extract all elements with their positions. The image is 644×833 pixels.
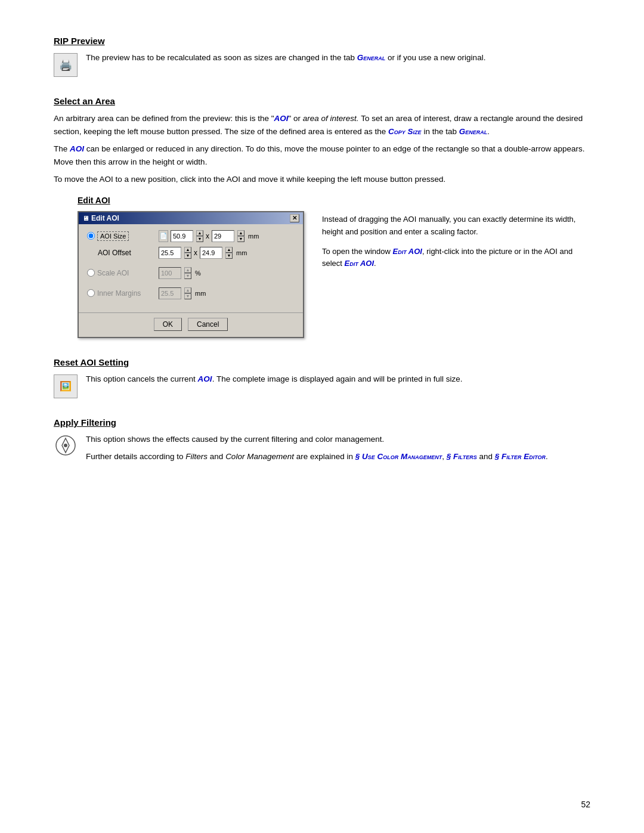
edit-aoi-dialog: 🖥 Edit AOI ✕ AOI Size [78, 211, 304, 338]
margins-unit: mm [195, 290, 206, 297]
aoi-size-radio[interactable] [87, 232, 95, 240]
scale-aoi-inputs: 100 ▲ ▼ % [159, 267, 201, 279]
aoi-offset-label: AOI Offset [87, 249, 131, 257]
height-down-arrow[interactable]: ▼ [237, 236, 244, 242]
ok-button[interactable]: OK [154, 318, 182, 331]
rip-preview-icon: 🖨️ [54, 53, 78, 77]
height-spinbox[interactable]: 29 [212, 230, 234, 242]
inner-margins-text: Inner Margins [97, 289, 141, 298]
reset-aoi-title: Reset AOI Setting [54, 357, 590, 367]
width-down-arrow[interactable]: ▼ [196, 236, 203, 242]
margins-spinbox: 25.5 [159, 287, 181, 299]
offset-x-spinbox[interactable]: 25.5 [159, 247, 181, 259]
filter-editor-ref: § Filter Editor [495, 452, 546, 461]
inner-margins-radio[interactable] [87, 289, 95, 297]
dialog-close-button[interactable]: ✕ [290, 214, 299, 222]
offset-x-up-arrow[interactable]: ▲ [184, 247, 191, 253]
dialog-footer: OK Cancel [79, 312, 303, 337]
edit-aoi-container: 🖥 Edit AOI ✕ AOI Size [78, 211, 590, 338]
copy-size-ref: Copy Size [388, 127, 422, 136]
apply-filtering-para1: This option shows the effects caused by … [86, 433, 590, 446]
margins-up-arrow: ▲ [184, 287, 191, 293]
aoi-size-radio-label: AOI Size [87, 231, 153, 241]
aoi-offset-row: AOI Offset 25.5 ▲ ▼ x 24.9 [87, 247, 295, 259]
reset-aoi-body: 🖼️ This option cancels the current AOI. … [54, 373, 590, 398]
aoi-size-inputs: 📄 50.9 ▲ ▼ x 29 ▲ ▼ [159, 230, 259, 242]
color-mgmt-italic-ref: Color Management [225, 452, 294, 461]
margins-spin-arrows: ▲ ▼ [184, 287, 191, 299]
dialog-title-text: Edit AOI [91, 214, 290, 222]
edit-aoi-title: Edit AOI [78, 196, 590, 205]
general-ref: General [459, 127, 488, 136]
edit-aoi-desc-para2: To open the window Edit AOI, right-click… [322, 246, 590, 271]
edit-aoi-desc-para1: Instead of dragging the AOI manually, yo… [322, 213, 590, 239]
inner-margins-row: Inner Margins 25.5 ▲ ▼ mm [87, 287, 295, 299]
reset-aoi-text: This option cancels the current AOI. The… [86, 373, 590, 386]
aoi-offset-label-col: AOI Offset [87, 249, 153, 257]
scale-unit: % [195, 270, 201, 277]
select-area-para2: The AOI can be enlarged or reduced in an… [54, 143, 590, 168]
offset-unit: mm [236, 249, 247, 256]
offset-x-down-arrow[interactable]: ▼ [184, 253, 191, 259]
page-number: 52 [581, 800, 590, 809]
offset-x-spin-arrows[interactable]: ▲ ▼ [184, 247, 191, 259]
reset-aoi-ref: AOI [198, 374, 212, 383]
aoi-offset-inputs: 25.5 ▲ ▼ x 24.9 ▲ ▼ [159, 247, 247, 259]
rip-preview-title: RIP Preview [54, 36, 590, 46]
page: RIP Preview 🖨️ The preview has to be rec… [0, 0, 644, 833]
scale-up-arrow: ▲ [184, 267, 191, 273]
select-area-para3: To move the AOI to a new position, click… [54, 173, 590, 186]
reset-aoi-icon: 🖼️ [54, 374, 78, 398]
inner-margins-label-col: Inner Margins [87, 289, 153, 298]
general-tab-ref: General [357, 53, 386, 62]
doc-icon: 📄 [159, 230, 168, 242]
rip-preview-section: RIP Preview 🖨️ The preview has to be rec… [54, 36, 590, 77]
filters-ref: § Filters [447, 452, 477, 461]
apply-filtering-para2: Further details according to Filters and… [86, 451, 590, 463]
scale-aoi-row: Scale AOI 100 ▲ ▼ % [87, 267, 295, 279]
offset-y-spin-arrows[interactable]: ▲ ▼ [225, 247, 233, 259]
scale-down-arrow: ▼ [184, 273, 191, 279]
inner-margins-radio-label: Inner Margins [87, 289, 153, 298]
edit-aoi-description: Instead of dragging the AOI manually, yo… [322, 211, 590, 275]
size-unit: mm [248, 233, 259, 240]
width-spin-arrows[interactable]: ▲ ▼ [196, 230, 203, 242]
select-area-para1: An arbitrary area can be defined from th… [54, 112, 590, 138]
height-spin-arrows[interactable]: ▲ ▼ [237, 230, 244, 242]
select-area-section: Select an Area An arbitrary area can be … [54, 96, 590, 338]
apply-filtering-section: Apply Filtering This option shows the ef… [54, 417, 590, 468]
margins-down-arrow: ▼ [184, 293, 191, 299]
edit-aoi-italic1: Edit AOI [393, 247, 422, 256]
area-of-interest-text: area of interest. [303, 114, 359, 123]
filters-italic-ref: Filters [185, 452, 208, 461]
apply-filtering-title: Apply Filtering [54, 417, 590, 428]
scale-aoi-text: Scale AOI [97, 269, 129, 277]
offset-y-down-arrow[interactable]: ▼ [225, 253, 233, 259]
width-spinbox[interactable]: 50.9 [171, 230, 193, 242]
use-color-mgmt-ref: § Use Color Management [355, 452, 442, 461]
offset-y-spinbox[interactable]: 24.9 [200, 247, 222, 259]
apply-filtering-body: This option shows the effects caused by … [54, 433, 590, 468]
rip-preview-text: The preview has to be recalculated as so… [86, 52, 590, 64]
scale-aoi-radio-label: Scale AOI [87, 269, 153, 277]
scale-aoi-radio[interactable] [87, 269, 95, 277]
apply-filtering-icon [54, 433, 78, 457]
aoi-size-text: AOI Size [97, 231, 129, 241]
select-area-title: Select an Area [54, 96, 590, 106]
reset-aoi-section: Reset AOI Setting 🖼️ This option cancels… [54, 357, 590, 398]
inner-margins-inputs: 25.5 ▲ ▼ mm [159, 287, 206, 299]
height-up-arrow[interactable]: ▲ [237, 230, 244, 236]
svg-point-2 [64, 444, 67, 447]
dialog-titlebar: 🖥 Edit AOI ✕ [79, 212, 303, 224]
aoi-ref2: AOI [70, 144, 84, 153]
dialog-title-icon: 🖥 [82, 215, 89, 222]
width-up-arrow[interactable]: ▲ [196, 230, 203, 236]
offset-y-up-arrow[interactable]: ▲ [225, 247, 233, 253]
edit-aoi-subsection: Edit AOI 🖥 Edit AOI ✕ [78, 196, 590, 338]
scale-spinbox: 100 [159, 267, 181, 279]
aoi-size-row: AOI Size 📄 50.9 ▲ ▼ x [87, 230, 295, 242]
rip-preview-body: 🖨️ The preview has to be recalculated as… [54, 52, 590, 77]
cancel-button[interactable]: Cancel [188, 318, 228, 331]
aoi-size-label-col: AOI Size [87, 231, 153, 241]
apply-filtering-text: This option shows the effects caused by … [86, 433, 590, 468]
